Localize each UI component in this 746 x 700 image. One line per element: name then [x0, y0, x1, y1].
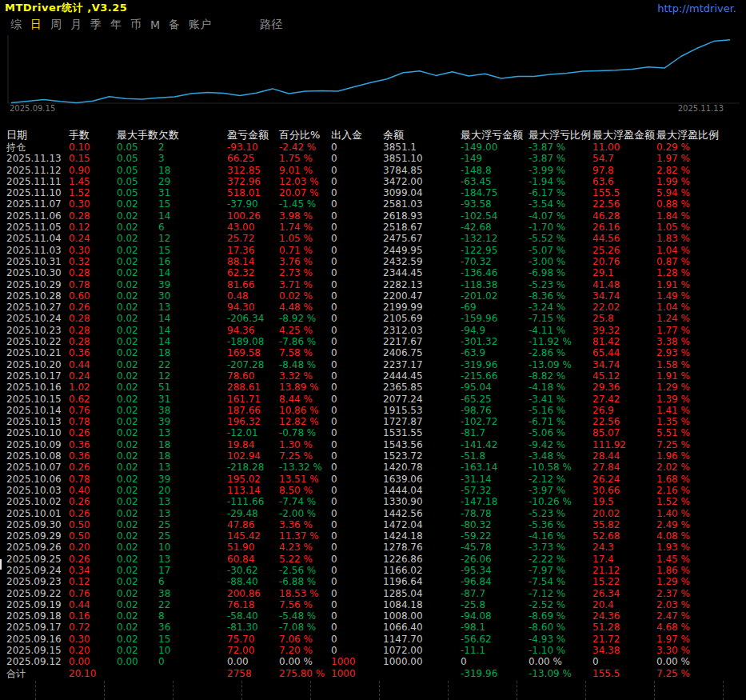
- menu-item-周[interactable]: 周: [50, 18, 62, 32]
- table-row[interactable]: 2025.09.150.200.021072.007.20 %01072.00-…: [0, 645, 746, 656]
- table-cell: 0.00: [227, 656, 279, 667]
- table-row[interactable]: 2025.10.230.280.021494.364.25 %02312.03-…: [0, 325, 746, 336]
- table-row[interactable]: 2025.10.270.260.021394.304.48 %02199.99-…: [0, 302, 746, 313]
- table-cell: 13.89 %: [279, 382, 331, 393]
- table-row[interactable]: 2025.11.050.120.02643.001.74 %02518.67-4…: [0, 222, 746, 233]
- table-row[interactable]: 2025.10.310.320.021688.143.76 %02432.59-…: [0, 256, 746, 267]
- menu-item-备[interactable]: 备: [169, 18, 180, 32]
- table-row[interactable]: 2025.10.070.260.0213-218.28-13.32 %01420…: [0, 462, 746, 473]
- menu-item-M[interactable]: M: [150, 18, 160, 31]
- table-row[interactable]: 2025.10.080.360.0218102.947.25 %01523.72…: [0, 450, 746, 462]
- table-row[interactable]: 2025.10.290.780.023981.663.71 %02282.13-…: [0, 279, 746, 290]
- table-cell: 0.00 %: [529, 656, 592, 667]
- table-row[interactable]: 2025.09.180.160.028-58.40-5.48 %01008.00…: [0, 610, 746, 622]
- table-row[interactable]: 2025.09.160.300.021575.707.06 %01147.70-…: [0, 634, 746, 645]
- table-cell: 1.04 %: [656, 302, 746, 313]
- table-row[interactable]: 2025.09.300.500.022547.863.36 %01472.04-…: [0, 519, 746, 530]
- table-row[interactable]: 持仓0.100.052-93.10-2.42 %03851.1-149.00-3…: [0, 142, 746, 153]
- table-cell: 0: [331, 565, 383, 576]
- table-cell: 14: [158, 210, 227, 222]
- table-cell: -3.87 %: [529, 142, 592, 153]
- table-cell: 20.4: [592, 599, 656, 610]
- table-row[interactable]: 2025.10.090.360.021819.841.30 %01543.56-…: [0, 439, 746, 450]
- table-cell: 21.72: [592, 634, 656, 645]
- menu-item-月[interactable]: 月: [70, 18, 82, 32]
- table-cell: 51: [158, 382, 227, 393]
- table-cell: 17.36: [227, 245, 279, 256]
- table-cell: 0.05: [117, 165, 158, 176]
- menu-item-账户[interactable]: 账户: [189, 18, 211, 32]
- table-row[interactable]: 2025.10.210.360.0218169.587.58 %02406.75…: [0, 347, 746, 358]
- app-link[interactable]: http://mtdriver.: [657, 2, 736, 14]
- table-row[interactable]: 2025.11.120.900.0518312.859.01 %03784.85…: [0, 165, 746, 176]
- table-row[interactable]: 2025.11.060.280.0214100.263.98 %02618.93…: [0, 210, 746, 222]
- table-cell: 17: [158, 565, 227, 576]
- table-row[interactable]: 2025.09.250.260.021360.845.22 %01226.86-…: [0, 554, 746, 565]
- table-cell: 0.30: [69, 198, 117, 210]
- table-cell: 2025.11.06: [6, 210, 69, 222]
- menu-item-日[interactable]: 日: [30, 18, 42, 32]
- table-cell: 0: [331, 576, 383, 587]
- table-cell: 0.28: [69, 210, 117, 222]
- table-row[interactable]: 2025.11.111.450.0529372.9612.03 %03472.0…: [0, 176, 746, 187]
- table-row[interactable]: 2025.10.161.020.0251288.6113.89 %02365.8…: [0, 382, 746, 393]
- column-header: 手数: [69, 129, 117, 142]
- table-cell: -8.92 %: [279, 313, 331, 324]
- table-row[interactable]: 2025.10.200.440.0222-207.28-8.48 %02237.…: [0, 359, 746, 370]
- table-row[interactable]: 2025.11.030.300.021517.360.71 %02449.95-…: [0, 245, 746, 256]
- table-cell: -159.96: [461, 313, 529, 324]
- column-header: 最大浮亏金额: [461, 129, 529, 142]
- table-cell: 1.35 %: [656, 416, 746, 427]
- table-cell: 44.56: [592, 233, 656, 244]
- table-cell: 0.02: [117, 405, 158, 416]
- table-row[interactable]: 2025.10.130.780.0239196.3212.82 %01727.8…: [0, 416, 746, 427]
- table-cell: 51.28: [592, 622, 656, 633]
- table-row[interactable]: 2025.09.260.200.021051.904.23 %01278.76-…: [0, 542, 746, 553]
- table-row[interactable]: 2025.10.020.260.0213-111.66-7.74 %01330.…: [0, 496, 746, 507]
- table-row[interactable]: 2025.10.300.280.021462.322.73 %02344.45-…: [0, 267, 746, 278]
- table-row[interactable]: 2025.10.030.400.0220113.148.50 %01444.04…: [0, 485, 746, 496]
- table-row[interactable]: 2025.09.230.120.026-88.40-6.88 %01196.64…: [0, 576, 746, 587]
- table-row[interactable]: 2025.10.100.260.0213-12.01-0.78 %01531.5…: [0, 427, 746, 438]
- table-cell: -201.02: [461, 290, 529, 302]
- menu-item-path[interactable]: 路径: [260, 18, 282, 32]
- grid-separator: [517, 681, 517, 700]
- table-row[interactable]: 2025.10.060.780.0239195.0213.51 %01639.0…: [0, 474, 746, 485]
- table-row[interactable]: 2025.11.040.240.021225.721.05 %02475.67-…: [0, 233, 746, 244]
- table-cell: 0.50: [69, 519, 117, 530]
- table-row[interactable]: 2025.09.220.760.0238200.8618.53 %01285.0…: [0, 588, 746, 599]
- table-cell: 18.53 %: [279, 588, 331, 599]
- table-row[interactable]: 2025.09.170.720.0236-81.30-7.08 %01066.4…: [0, 622, 746, 633]
- table-cell: -25.8: [461, 599, 529, 610]
- table-row[interactable]: 2025.09.190.440.022276.187.56 %01084.18-…: [0, 599, 746, 610]
- table-cell: -7.12 %: [529, 588, 592, 599]
- table-row[interactable]: 2025.09.240.340.0217-30.62-2.56 %01166.0…: [0, 565, 746, 576]
- table-row[interactable]: 2025.11.130.150.05366.251.75 %03851.10-1…: [0, 153, 746, 164]
- table-row[interactable]: 2025.11.070.300.0215-37.90-1.45 %02581.0…: [0, 198, 746, 210]
- table-total-row[interactable]: 合计20.102758275.80 %1000-319.96-13.09 %15…: [0, 668, 746, 679]
- table-cell: 1424.18: [383, 530, 461, 542]
- table-row[interactable]: 2025.09.290.500.0225145.4211.37 %01424.1…: [0, 530, 746, 542]
- menu-item-年[interactable]: 年: [110, 18, 122, 32]
- scrollbar-thumb[interactable]: [0, 559, 2, 570]
- table-cell: 0.28: [69, 325, 117, 336]
- table-row[interactable]: 2025.10.150.620.0231161.718.44 %02077.24…: [0, 394, 746, 405]
- table-row[interactable]: 2025.09.120.000.0000.000.00 %10001000.00…: [0, 656, 746, 667]
- table-cell: 17.4: [592, 554, 656, 565]
- table-cell: 0: [331, 599, 383, 610]
- menu-item-季[interactable]: 季: [90, 18, 102, 32]
- table-row[interactable]: 2025.10.140.760.0238187.6610.86 %01915.5…: [0, 405, 746, 416]
- table-cell: 9.01 %: [279, 165, 331, 176]
- table-row[interactable]: 2025.10.280.600.02300.480.02 %02200.47-2…: [0, 290, 746, 302]
- table-cell: 4.68 %: [656, 622, 746, 633]
- table-row[interactable]: 2025.10.240.280.0214-206.34-8.92 %02105.…: [0, 313, 746, 324]
- menu-item-综[interactable]: 综: [10, 18, 22, 32]
- menu-item-币[interactable]: 币: [130, 18, 142, 32]
- table-cell: 34.74: [592, 359, 656, 370]
- menu-bar: 综日周月季年币M备账户路径: [0, 16, 746, 34]
- table-cell: -6.17 %: [529, 187, 592, 198]
- table-row[interactable]: 2025.10.170.240.021278.603.32 %02444.45-…: [0, 370, 746, 382]
- table-row[interactable]: 2025.11.101.520.0531518.0120.07 %03099.0…: [0, 187, 746, 198]
- table-row[interactable]: 2025.10.010.260.0213-29.48-2.00 %01442.5…: [0, 508, 746, 519]
- table-row[interactable]: 2025.10.220.280.0214-189.08-7.86 %02217.…: [0, 336, 746, 347]
